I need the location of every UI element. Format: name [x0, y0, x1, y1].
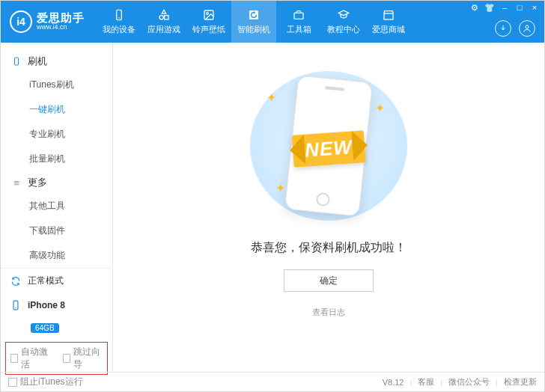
- success-illustration: ✦ ✦ ✦ NEW: [250, 71, 407, 221]
- store-icon: [382, 8, 395, 22]
- toolbox-icon: [292, 8, 305, 22]
- tab-tutorials[interactable]: 教程中心: [321, 1, 366, 43]
- check-auto-activate[interactable]: 自动激活: [10, 346, 51, 371]
- svg-point-9: [526, 25, 529, 28]
- success-message: 恭喜您，保资料刷机成功啦！: [251, 240, 407, 256]
- graduation-icon: [337, 8, 350, 22]
- svg-point-2: [159, 16, 163, 19]
- sidebar-group-flash[interactable]: 刷机: [1, 50, 112, 73]
- support-link[interactable]: 客服: [418, 376, 434, 388]
- device-storage-badge: 64GB: [31, 323, 59, 333]
- version-label: V8.12: [383, 378, 404, 387]
- sparkle-icon: ✦: [275, 181, 285, 195]
- image-icon: [202, 8, 216, 22]
- sidebar: 刷机 iTunes刷机 一键刷机 专业刷机 批量刷机 ≡ 更多 其他工具 下载固…: [1, 43, 113, 372]
- menu-icon: ≡: [11, 177, 22, 188]
- svg-rect-7: [294, 13, 303, 19]
- svg-rect-3: [165, 16, 168, 19]
- sync-icon: [10, 275, 22, 287]
- mode-row[interactable]: 正常模式: [1, 269, 112, 293]
- top-tabs: 我的设备 应用游戏 铃声壁纸 智能刷机 工具箱 教程中心 爱思商城: [97, 1, 411, 43]
- sparkle-icon: ✦: [375, 101, 385, 115]
- check-block-itunes[interactable]: 阻止iTunes运行: [8, 376, 83, 388]
- user-icon[interactable]: [519, 20, 535, 37]
- sparkle-icon: ✦: [267, 91, 276, 105]
- highlighted-options: 自动激活 跳过向导: [5, 342, 108, 375]
- topbar: i4 爱思助手 www.i4.cn 我的设备 应用游戏 铃声壁纸 智能刷机 工具…: [1, 1, 544, 43]
- tab-apps[interactable]: 应用游戏: [141, 1, 186, 43]
- sidebar-item-batch-flash[interactable]: 批量刷机: [1, 147, 112, 171]
- statusbar: 阻止iTunes运行 V8.12 | 客服 | 微信公众号 | 检查更新: [1, 372, 544, 391]
- tab-store[interactable]: 爱思商城: [366, 1, 411, 43]
- svg-rect-0: [117, 10, 122, 19]
- window-controls: ⚙ 👕 – □ ×: [469, 2, 540, 13]
- skin-icon[interactable]: 👕: [484, 2, 495, 13]
- phone-icon: [112, 8, 126, 22]
- svg-rect-8: [384, 13, 393, 19]
- sidebar-item-onekey-flash[interactable]: 一键刷机: [1, 97, 112, 122]
- app-logo: i4 爱思助手 www.i4.cn: [1, 10, 94, 33]
- download-icon[interactable]: [495, 20, 511, 37]
- device-row[interactable]: iPhone 8 64GB: [1, 293, 112, 339]
- update-link[interactable]: 检查更新: [504, 376, 537, 388]
- close-icon[interactable]: ×: [529, 2, 540, 13]
- sidebar-item-pro-flash[interactable]: 专业刷机: [1, 122, 112, 147]
- device-phone-icon: [10, 299, 22, 311]
- maximize-icon[interactable]: □: [514, 2, 525, 13]
- tab-tools[interactable]: 工具箱: [276, 1, 321, 43]
- view-log-link[interactable]: 查看日志: [312, 307, 345, 318]
- sidebar-item-other-tools[interactable]: 其他工具: [1, 194, 112, 218]
- tab-flash[interactable]: 智能刷机: [231, 1, 276, 43]
- tab-my-device[interactable]: 我的设备: [97, 1, 141, 43]
- check-skip-guide[interactable]: 跳过向导: [63, 346, 103, 371]
- phone-icon: [11, 56, 22, 67]
- refresh-icon: [247, 8, 261, 22]
- tab-ringtones[interactable]: 铃声壁纸: [186, 1, 231, 43]
- ok-button[interactable]: 确定: [284, 269, 374, 292]
- apps-icon: [157, 8, 171, 22]
- app-url: www.i4.cn: [37, 24, 85, 31]
- svg-rect-10: [15, 58, 19, 65]
- sidebar-item-download-firmware[interactable]: 下载固件: [1, 218, 112, 243]
- svg-point-5: [207, 13, 209, 15]
- device-name: iPhone 8: [28, 300, 65, 310]
- sidebar-group-more[interactable]: ≡ 更多: [1, 171, 112, 194]
- minimize-icon[interactable]: –: [499, 2, 510, 13]
- svg-rect-11: [13, 301, 18, 310]
- app-name: 爱思助手: [37, 12, 85, 25]
- wechat-link[interactable]: 微信公众号: [448, 376, 490, 388]
- sidebar-item-itunes-flash[interactable]: iTunes刷机: [1, 73, 112, 97]
- logo-badge-icon: i4: [10, 10, 32, 33]
- main-content: ✦ ✦ ✦ NEW 恭喜您，保资料刷机成功啦！ 确定 查看日志: [113, 43, 544, 372]
- sidebar-item-advanced[interactable]: 高级功能: [1, 243, 112, 268]
- new-ribbon: NEW: [292, 130, 365, 168]
- settings-icon[interactable]: ⚙: [469, 2, 480, 13]
- mode-label: 正常模式: [28, 275, 64, 287]
